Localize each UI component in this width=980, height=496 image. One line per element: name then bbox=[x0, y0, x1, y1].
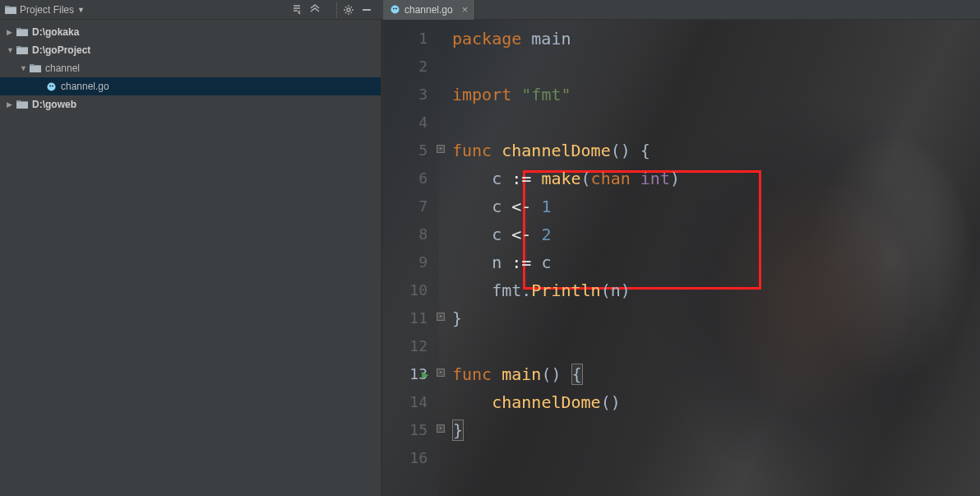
line-number[interactable]: 13▶ bbox=[383, 360, 428, 388]
folder-icon bbox=[16, 45, 28, 55]
code-line[interactable]: -} bbox=[439, 416, 680, 444]
code-line[interactable]: n := c bbox=[439, 248, 680, 276]
code-line[interactable] bbox=[439, 109, 680, 137]
project-files-dropdown[interactable]: Project Files bbox=[20, 4, 74, 16]
tree-item[interactable]: ▼D:\goProject bbox=[0, 41, 382, 59]
line-number[interactable]: 5 bbox=[383, 137, 428, 165]
tree-arrow-icon[interactable]: ▶ bbox=[7, 100, 15, 109]
line-number[interactable]: 4 bbox=[383, 109, 428, 137]
line-number[interactable]: 9 bbox=[383, 248, 428, 276]
line-number[interactable]: 10 bbox=[383, 276, 428, 304]
folder-icon bbox=[30, 63, 41, 73]
code-line[interactable] bbox=[439, 444, 680, 472]
sidebar-resize-handle[interactable] bbox=[381, 20, 382, 496]
tree-arrow-icon[interactable]: ▼ bbox=[20, 64, 28, 72]
svg-point-5 bbox=[48, 82, 56, 90]
code-line[interactable]: -} bbox=[439, 304, 680, 332]
fold-marker-icon[interactable]: - bbox=[437, 313, 445, 321]
code-line[interactable]: import "fmt" bbox=[439, 81, 680, 109]
editor-tab-channel[interactable]: channel.go × bbox=[383, 0, 475, 20]
svg-point-2 bbox=[391, 6, 400, 14]
code-line[interactable]: c <- 1 bbox=[439, 192, 680, 220]
svg-rect-1 bbox=[363, 9, 371, 11]
svg-point-6 bbox=[49, 85, 51, 86]
gear-icon[interactable] bbox=[342, 3, 355, 16]
go-file-icon bbox=[390, 4, 400, 15]
line-number[interactable]: 3 bbox=[383, 81, 428, 109]
code-line[interactable]: package main bbox=[439, 25, 680, 53]
svg-point-4 bbox=[395, 8, 397, 10]
tree-item-label: D:\gokaka bbox=[32, 26, 79, 38]
editor-tabs: channel.go × bbox=[383, 0, 475, 20]
go-file-icon bbox=[46, 81, 57, 92]
tree-arrow-icon[interactable]: ▶ bbox=[7, 28, 15, 36]
tree-item-label: channel bbox=[45, 63, 80, 74]
tab-label: channel.go bbox=[404, 4, 453, 16]
tree-item[interactable]: ▶D:\goweb bbox=[0, 95, 382, 114]
editor-code-area[interactable]: package mainimport "fmt"-func channelDom… bbox=[439, 20, 680, 496]
code-line[interactable]: channelDome() bbox=[439, 388, 680, 416]
svg-point-7 bbox=[52, 85, 53, 86]
svg-point-3 bbox=[393, 8, 395, 10]
top-toolbar: Project Files ▼ channel.go × bbox=[0, 0, 980, 20]
code-line[interactable] bbox=[439, 53, 680, 81]
tree-item[interactable]: ▶D:\gokaka bbox=[0, 23, 382, 41]
fold-marker-icon[interactable]: - bbox=[437, 145, 445, 153]
dropdown-arrow-icon: ▼ bbox=[77, 6, 85, 14]
tree-item-label: D:\goweb bbox=[32, 99, 76, 110]
line-number[interactable]: 15 bbox=[383, 416, 428, 444]
code-line[interactable] bbox=[439, 332, 680, 360]
scroll-from-source-icon[interactable] bbox=[290, 3, 303, 16]
line-number[interactable]: 11 bbox=[383, 304, 428, 332]
tree-arrow-icon[interactable]: ▼ bbox=[7, 46, 15, 54]
tree-item-label: channel.go bbox=[61, 81, 109, 92]
code-line[interactable]: fmt.Println(n) bbox=[439, 276, 680, 304]
close-icon[interactable]: × bbox=[462, 3, 469, 16]
folder-icon bbox=[16, 27, 28, 37]
code-line[interactable]: c := make(chan int) bbox=[439, 165, 680, 192]
tree-item[interactable]: channel.go bbox=[0, 77, 382, 95]
line-number[interactable]: 6 bbox=[383, 165, 428, 192]
svg-point-0 bbox=[347, 8, 350, 12]
tree-item[interactable]: ▼channel bbox=[0, 59, 382, 77]
fold-marker-icon[interactable]: - bbox=[437, 369, 445, 377]
project-tree[interactable]: ▶D:\gokaka▼D:\goProject▼channelchannel.g… bbox=[0, 23, 382, 114]
run-gutter-icon[interactable]: ▶ bbox=[422, 360, 428, 388]
code-line[interactable]: -func channelDome() { bbox=[439, 137, 680, 165]
collapse-all-icon[interactable] bbox=[308, 3, 321, 16]
code-line[interactable]: -func main() { bbox=[439, 360, 680, 388]
line-number[interactable]: 14 bbox=[383, 388, 428, 416]
line-number[interactable]: 12 bbox=[383, 332, 428, 360]
line-number[interactable]: 8 bbox=[383, 220, 428, 248]
folder-icon bbox=[16, 100, 28, 109]
project-sidebar[interactable]: ▶D:\gokaka▼D:\goProject▼channelchannel.g… bbox=[0, 20, 383, 496]
toolbar-divider bbox=[336, 2, 337, 18]
line-number[interactable]: 7 bbox=[383, 192, 428, 220]
tree-item-label: D:\goProject bbox=[32, 44, 90, 56]
line-number[interactable]: 2 bbox=[383, 53, 428, 81]
fold-marker-icon[interactable]: - bbox=[437, 424, 445, 433]
hide-icon[interactable] bbox=[360, 3, 373, 16]
line-number[interactable]: 16 bbox=[383, 444, 428, 472]
code-editor[interactable]: 12345678910111213▶141516 package mainimp… bbox=[383, 20, 980, 496]
editor-gutter[interactable]: 12345678910111213▶141516 bbox=[383, 20, 439, 496]
project-folder-icon bbox=[5, 5, 16, 15]
code-line[interactable]: c <- 2 bbox=[439, 220, 680, 248]
line-number[interactable]: 1 bbox=[383, 25, 428, 53]
main-area: ▶D:\gokaka▼D:\goProject▼channelchannel.g… bbox=[0, 20, 980, 496]
